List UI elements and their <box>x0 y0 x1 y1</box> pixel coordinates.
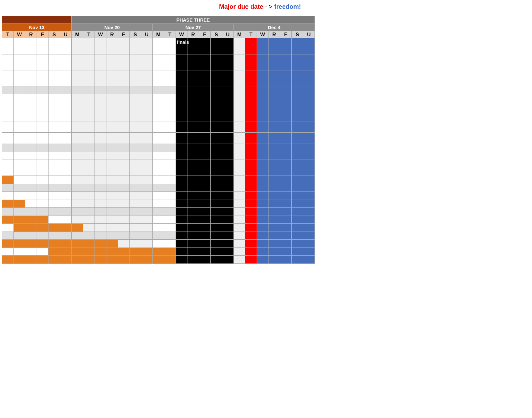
grid-cell <box>106 78 118 86</box>
grid-cell <box>72 232 83 240</box>
grid-cell <box>199 240 211 248</box>
grid-cell <box>292 94 303 102</box>
grid-cell <box>83 208 95 216</box>
grid-cell <box>130 160 141 168</box>
grid-cell <box>141 216 153 224</box>
grid-cell <box>83 192 95 200</box>
grid-cell <box>49 133 60 144</box>
grid-cell <box>72 70 83 78</box>
table-row <box>2 78 315 86</box>
grid-cell <box>25 46 37 54</box>
grid-cell <box>83 160 95 168</box>
grid-cell <box>222 208 234 216</box>
grid-cell <box>187 208 199 216</box>
table-row <box>2 152 315 160</box>
grid-cell <box>49 184 60 192</box>
grid-cell <box>25 240 37 248</box>
grid-cell <box>199 121 211 133</box>
grid-cell <box>199 46 211 54</box>
grid-cell <box>257 256 269 264</box>
grid-cell <box>25 62 37 70</box>
grid-cell <box>83 46 95 54</box>
grid-cell <box>269 216 280 224</box>
day-header: M <box>72 31 83 38</box>
grid-cell <box>211 121 222 133</box>
grid-cell <box>234 152 245 160</box>
grid-cell <box>106 216 118 224</box>
grid-cell <box>95 240 106 248</box>
grid-cell <box>72 224 83 232</box>
grid-cell <box>292 110 303 121</box>
grid-cell <box>60 46 72 54</box>
week-nov20: Nov 20 <box>72 24 153 31</box>
grid-cell <box>130 192 141 200</box>
grid-cell <box>2 38 14 46</box>
grid-cell <box>106 144 118 152</box>
grid-cell <box>199 247 211 256</box>
grid-cell <box>234 200 245 208</box>
grid-cell <box>222 168 234 176</box>
grid-cell <box>2 46 14 54</box>
grid-cell <box>72 160 83 168</box>
grid-cell <box>234 78 245 86</box>
day-header: F <box>118 31 130 38</box>
day-header: T <box>2 31 14 38</box>
grid-cell <box>303 102 315 110</box>
grid-cell <box>106 46 118 54</box>
table-row <box>2 46 315 54</box>
grid-cell <box>130 224 141 232</box>
grid-cell <box>257 247 269 256</box>
grid-cell <box>130 110 141 121</box>
grid-cell <box>187 168 199 176</box>
grid-cell <box>269 46 280 54</box>
legend-freedom: freedom! <box>274 3 301 10</box>
grid-cell <box>257 240 269 248</box>
grid-cell <box>130 46 141 54</box>
grid-cell <box>222 54 234 62</box>
grid-cell <box>95 121 106 133</box>
grid-cell <box>211 240 222 248</box>
grid-cell <box>187 240 199 248</box>
grid-cell <box>95 38 106 46</box>
grid-cell <box>280 247 292 256</box>
grid-cell <box>222 247 234 256</box>
grid-cell <box>130 176 141 184</box>
grid-cell <box>211 38 222 46</box>
grid-cell <box>2 247 14 256</box>
grid-cell <box>211 216 222 224</box>
grid-cell <box>199 86 211 94</box>
grid-cell <box>60 62 72 70</box>
grid-cell <box>72 62 83 70</box>
grid-cell <box>37 94 49 102</box>
grid-cell: finals <box>176 38 187 46</box>
grid-cell <box>257 70 269 78</box>
grid-cell <box>153 110 164 121</box>
grid-cell <box>211 78 222 86</box>
day-header: F <box>199 31 211 38</box>
grid-cell <box>37 160 49 168</box>
grid-cell <box>83 200 95 208</box>
grid-cell <box>280 94 292 102</box>
grid-cell <box>269 70 280 78</box>
grid-cell <box>280 78 292 86</box>
grid-cell <box>49 62 60 70</box>
grid-cell <box>72 78 83 86</box>
day-header: S <box>130 31 141 38</box>
grid-cell <box>164 160 176 168</box>
table-row <box>2 110 315 121</box>
grid-cell <box>222 160 234 168</box>
grid-cell <box>83 176 95 184</box>
grid-cell <box>141 256 153 264</box>
grid-cell <box>211 208 222 216</box>
grid-cell <box>60 200 72 208</box>
grid-cell <box>37 247 49 256</box>
grid-cell <box>130 70 141 78</box>
day-header: R <box>25 31 37 38</box>
grid-cell <box>199 216 211 224</box>
grid-cell <box>222 86 234 94</box>
day-header: R <box>187 31 199 38</box>
grid-cell <box>14 168 25 176</box>
grid-cell <box>118 184 130 192</box>
grid-cell <box>141 208 153 216</box>
day-header: M <box>153 31 164 38</box>
